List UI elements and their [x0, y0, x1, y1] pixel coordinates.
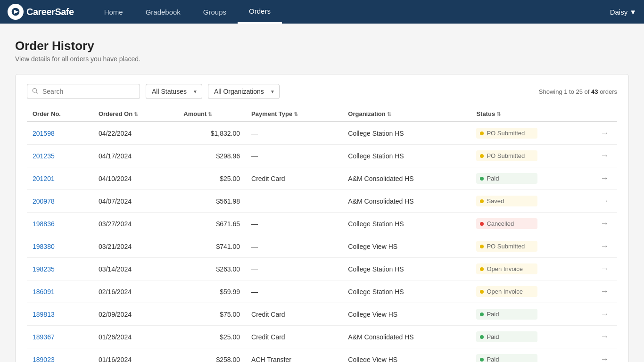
cell-organization: College View HS: [342, 303, 471, 326]
cell-ordered-on: 03/21/2024: [93, 235, 178, 258]
row-arrow-button[interactable]: →: [597, 218, 611, 230]
table-row: 189813 02/09/2024 $75.00 Credit Card Col…: [27, 303, 617, 326]
cell-order-no: 198235: [27, 258, 93, 280]
order-link[interactable]: 200978: [33, 197, 55, 205]
search-input[interactable]: [27, 84, 140, 99]
order-link[interactable]: 198380: [33, 243, 55, 250]
order-link[interactable]: 198235: [33, 265, 55, 273]
cell-organization: College Station HS: [342, 258, 471, 280]
cell-ordered-on: 02/09/2024: [93, 303, 178, 326]
status-label: Open Invoice: [487, 288, 523, 295]
status-label: Paid: [487, 311, 499, 318]
status-badge: Open Invoice: [476, 286, 537, 297]
cell-order-no: 201201: [27, 167, 93, 190]
svg-line-3: [36, 92, 38, 93]
order-link[interactable]: 189813: [33, 311, 55, 318]
col-ordered-on[interactable]: Ordered On⇅: [93, 107, 178, 122]
logo-icon: [8, 4, 24, 20]
cell-amount: $25.00: [178, 326, 246, 348]
order-link[interactable]: 189023: [33, 356, 55, 362]
table-row: 201201 04/10/2024 $25.00 Credit Card A&M…: [27, 167, 617, 190]
cell-payment-type: Credit Card: [246, 167, 342, 190]
col-organization[interactable]: Organization⇅: [342, 107, 471, 122]
showing-count: 43: [591, 88, 598, 95]
status-dot: [480, 177, 484, 181]
cell-amount: $298.96: [178, 145, 246, 167]
navbar: CareerSafe Home Gradebook Groups Orders …: [0, 0, 644, 24]
status-dot: [480, 335, 484, 339]
order-link[interactable]: 198836: [33, 220, 55, 228]
cell-status: Open Invoice: [471, 280, 592, 303]
order-link[interactable]: 201235: [33, 152, 55, 160]
org-filter[interactable]: All Organizations: [208, 84, 280, 99]
row-arrow-button[interactable]: →: [597, 331, 611, 343]
row-arrow-button[interactable]: →: [597, 173, 611, 184]
nav-groups[interactable]: Groups: [192, 0, 238, 24]
search-icon: [32, 88, 38, 96]
cell-ordered-on: 01/16/2024: [93, 348, 178, 362]
cell-amount: $75.00: [178, 303, 246, 326]
cell-payment-type: —: [246, 280, 342, 303]
status-label: Saved: [487, 197, 504, 205]
user-dropdown-icon: ▼: [629, 8, 636, 16]
cell-arrow: →: [592, 326, 617, 348]
row-arrow-button[interactable]: →: [597, 195, 611, 207]
cell-arrow: →: [592, 303, 617, 326]
nav-gradebook[interactable]: Gradebook: [134, 0, 192, 24]
cell-arrow: →: [592, 280, 617, 303]
row-arrow-button[interactable]: →: [597, 308, 611, 320]
order-link[interactable]: 189367: [33, 333, 55, 341]
cell-organization: College Station HS: [342, 122, 471, 145]
col-payment-type[interactable]: Payment Type⇅: [246, 107, 342, 122]
cell-organization: College View HS: [342, 235, 471, 258]
status-label: PO Submitted: [487, 243, 525, 250]
cell-organization: A&M Consolidated HS: [342, 190, 471, 213]
cell-arrow: →: [592, 258, 617, 280]
row-arrow-button[interactable]: →: [597, 286, 611, 297]
cell-ordered-on: 03/27/2024: [93, 213, 178, 235]
cell-organization: College Station HS: [342, 145, 471, 167]
cell-order-no: 189023: [27, 348, 93, 362]
status-badge: Paid: [476, 354, 537, 362]
user-menu[interactable]: Daisy ▼: [610, 8, 636, 16]
cell-ordered-on: 02/16/2024: [93, 280, 178, 303]
cell-ordered-on: 01/26/2024: [93, 326, 178, 348]
cell-arrow: →: [592, 348, 617, 362]
orders-card: All Statuses All Organizations Showing 1…: [15, 74, 629, 362]
org-filter-wrap: All Organizations: [208, 84, 280, 99]
row-arrow-button[interactable]: →: [597, 150, 611, 162]
table-row: 189367 01/26/2024 $25.00 Credit Card A&M…: [27, 326, 617, 348]
row-arrow-button[interactable]: →: [597, 127, 611, 139]
search-wrap: [27, 84, 140, 99]
cell-ordered-on: 04/07/2024: [93, 190, 178, 213]
table-row: 189023 01/16/2024 $258.00 ACH Transfer C…: [27, 348, 617, 362]
nav-home[interactable]: Home: [93, 0, 134, 24]
cell-amount: $561.98: [178, 190, 246, 213]
status-dot: [480, 222, 484, 226]
order-link[interactable]: 201201: [33, 175, 55, 182]
status-filter[interactable]: All Statuses: [146, 84, 202, 99]
cell-status: Paid: [471, 303, 592, 326]
cell-organization: A&M Consolidated HS: [342, 167, 471, 190]
cell-organization: College View HS: [342, 348, 471, 362]
table-row: 198380 03/21/2024 $741.00 — College View…: [27, 235, 617, 258]
cell-amount: $263.00: [178, 258, 246, 280]
page-subtitle: View details for all orders you have pla…: [15, 55, 629, 63]
col-status[interactable]: Status⇅: [471, 107, 592, 122]
row-arrow-button[interactable]: →: [597, 240, 611, 252]
nav-orders[interactable]: Orders: [238, 0, 282, 24]
table-row: 198235 03/14/2024 $263.00 — College Stat…: [27, 258, 617, 280]
table-row: 201598 04/22/2024 $1,832.00 — College St…: [27, 122, 617, 145]
col-amount[interactable]: Amount⇅: [178, 107, 246, 122]
order-link[interactable]: 186091: [33, 288, 55, 296]
row-arrow-button[interactable]: →: [597, 354, 611, 362]
cell-amount: $258.00: [178, 348, 246, 362]
cell-payment-type: —: [246, 122, 342, 145]
showing-text: Showing 1 to 25 of 43 orders: [539, 88, 617, 95]
row-arrow-button[interactable]: →: [597, 263, 611, 275]
table-body: 201598 04/22/2024 $1,832.00 — College St…: [27, 122, 617, 362]
order-link[interactable]: 201598: [33, 130, 55, 137]
col-order-no[interactable]: Order No.: [27, 107, 93, 122]
logo[interactable]: CareerSafe: [8, 4, 74, 20]
table-row: 200978 04/07/2024 $561.98 — A&M Consolid…: [27, 190, 617, 213]
